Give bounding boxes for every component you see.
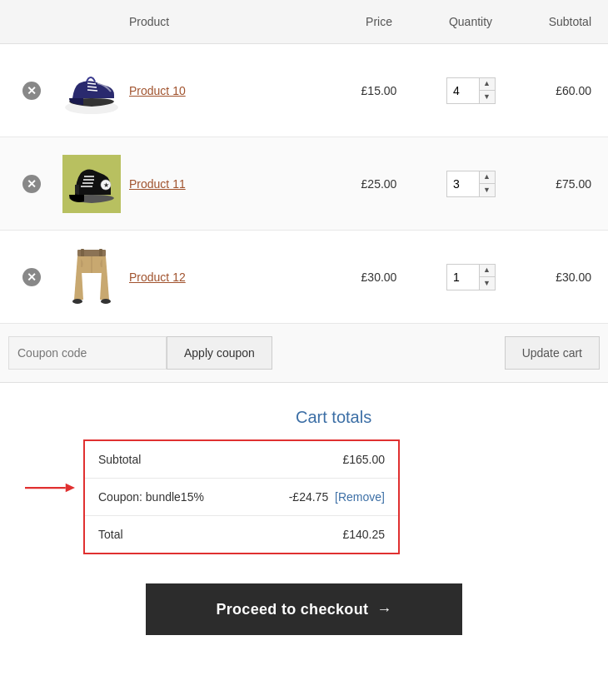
qty-input-1[interactable] (447, 78, 479, 103)
qty-input-3[interactable] (447, 265, 479, 290)
svg-rect-13 (99, 249, 102, 257)
qty-down-1[interactable]: ▼ (480, 91, 495, 103)
total-value: £140.25 (342, 528, 385, 541)
checkout-btn-wrap: Proceed to checkout → (0, 571, 608, 648)
totals-total-row: Total £140.25 (85, 516, 398, 553)
svg-line-1 (87, 83, 96, 84)
update-cart-button[interactable]: Update cart (505, 336, 600, 370)
product-name-col-2: Product 11 (129, 177, 333, 191)
remove-button-1[interactable]: ✕ (22, 82, 41, 100)
header-remove (8, 15, 54, 28)
qty-input-wrap-2: ▲ ▼ (446, 171, 496, 197)
subtotal-value: £165.00 (342, 453, 385, 466)
checkout-arrow: → (376, 601, 391, 618)
remove-button-2[interactable]: ✕ (22, 175, 41, 193)
subtotal-col-1: £60.00 (516, 84, 600, 97)
header-quantity: Quantity (425, 15, 516, 28)
svg-line-2 (87, 87, 97, 87)
svg-marker-19 (66, 484, 75, 493)
totals-subtotal-row: Subtotal £165.00 (85, 441, 398, 479)
qty-arrows-3: ▲ ▼ (479, 265, 495, 290)
coupon-label: Coupon: bundle15% (98, 490, 289, 504)
product-image-2: ★ (62, 152, 121, 215)
header-price: Price (333, 15, 425, 28)
product-image-3 (62, 246, 121, 308)
arrow-container (17, 439, 75, 496)
cart-totals-section: Cart totals Subtotal £165.00 Coupon: bun… (0, 383, 608, 571)
qty-down-3[interactable]: ▼ (480, 277, 495, 290)
checkout-label: Proceed to checkout (216, 601, 368, 618)
qty-arrows-1: ▲ ▼ (479, 78, 495, 103)
qty-down-2[interactable]: ▼ (480, 184, 495, 196)
svg-text:★: ★ (103, 181, 109, 189)
product-link-1[interactable]: Product 10 (129, 84, 186, 97)
svg-line-3 (87, 90, 97, 91)
qty-col-1: ▲ ▼ (425, 77, 516, 104)
qty-input-wrap-1: ▲ ▼ (446, 77, 496, 104)
cart-row-1: ✕ Product 10 (0, 44, 608, 137)
coupon-input[interactable] (8, 336, 167, 370)
product-link-2[interactable]: Product 11 (129, 177, 186, 191)
product-image-1 (62, 59, 121, 122)
qty-col-2: ▲ ▼ (425, 171, 516, 197)
header-image (54, 15, 129, 28)
product-name-col-1: Product 10 (129, 84, 333, 97)
header-subtotal: Subtotal (516, 15, 600, 28)
remove-coupon-link[interactable]: [Remove] (335, 490, 385, 504)
product-image-col-1 (54, 59, 129, 122)
remove-col-1: ✕ (8, 82, 54, 100)
total-label: Total (98, 528, 342, 541)
price-col-2: £25.00 (333, 177, 425, 191)
svg-point-17 (101, 299, 111, 304)
svg-point-16 (72, 299, 82, 304)
totals-wrapper: Subtotal £165.00 Coupon: bundle15% -£24.… (17, 439, 591, 554)
cart-table-header: Product Price Quantity Subtotal (0, 0, 608, 44)
header-product: Product (129, 15, 333, 28)
remove-col-2: ✕ (8, 175, 54, 193)
subtotal-label: Subtotal (98, 453, 342, 466)
product-name-col-3: Product 12 (129, 271, 333, 284)
qty-col-3: ▲ ▼ (425, 264, 516, 290)
remove-col-3: ✕ (8, 268, 54, 286)
subtotal-col-2: £75.00 (516, 177, 600, 191)
svg-rect-12 (81, 249, 84, 257)
product-link-3[interactable]: Product 12 (129, 271, 186, 284)
product-image-col-2: ★ (54, 152, 129, 215)
qty-up-3[interactable]: ▲ (480, 265, 495, 277)
remove-button-3[interactable]: ✕ (22, 268, 41, 286)
cart-totals-title: Cart totals (296, 408, 371, 427)
totals-table: Subtotal £165.00 Coupon: bundle15% -£24.… (83, 439, 400, 554)
qty-up-1[interactable]: ▲ (480, 78, 495, 91)
cart-row-2: ✕ ★ (0, 137, 608, 231)
qty-input-2[interactable] (447, 171, 479, 196)
price-col-3: £30.00 (333, 271, 425, 284)
coupon-row: Apply coupon Update cart (0, 324, 608, 383)
red-arrow-icon (25, 479, 75, 496)
cart-row-3: ✕ (0, 231, 608, 324)
coupon-discount: -£24.75 (289, 490, 328, 504)
qty-input-wrap-3: ▲ ▼ (446, 264, 496, 290)
qty-arrows-2: ▲ ▼ (479, 171, 495, 196)
qty-up-2[interactable]: ▲ (480, 171, 495, 184)
price-col-1: £15.00 (333, 84, 425, 97)
totals-coupon-row: Coupon: bundle15% -£24.75 [Remove] (85, 479, 398, 516)
apply-coupon-button[interactable]: Apply coupon (167, 336, 272, 370)
checkout-button[interactable]: Proceed to checkout → (146, 583, 462, 635)
coupon-value: -£24.75 [Remove] (289, 490, 385, 504)
product-image-col-3 (54, 246, 129, 308)
subtotal-col-3: £30.00 (516, 271, 600, 284)
